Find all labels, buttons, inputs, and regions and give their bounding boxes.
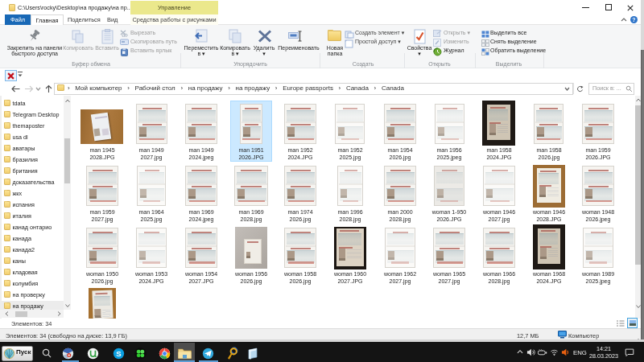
svg-text:S: S (116, 349, 122, 358)
